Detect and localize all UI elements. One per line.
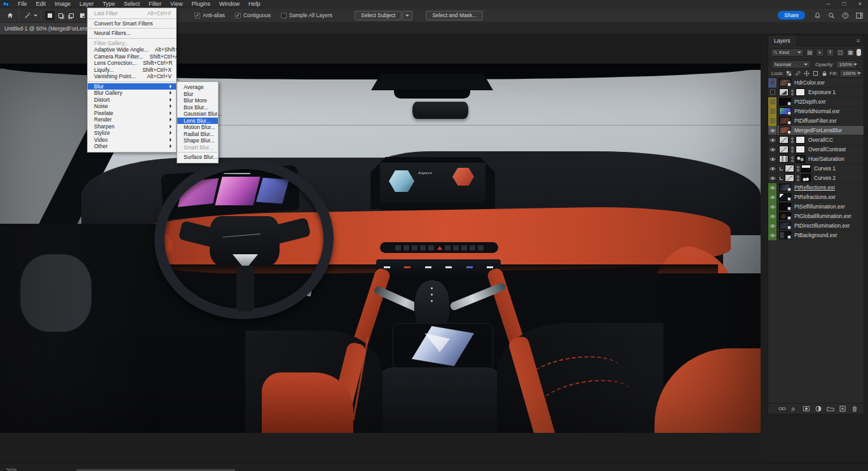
search-icon[interactable] <box>826 10 836 20</box>
layer-mask-thumbnail[interactable] <box>796 155 805 163</box>
home-icon[interactable] <box>5 10 15 20</box>
new-layer-icon[interactable] <box>839 405 846 413</box>
layer-row-ptreflections-exr[interactable]: PtReflections.exr <box>768 183 864 193</box>
fill-field[interactable]: 100% <box>839 69 860 78</box>
layer-thumbnail[interactable] <box>779 98 791 106</box>
layer-thumbnail[interactable] <box>779 203 791 210</box>
contiguous-checkbox[interactable]: ✓Contiguous <box>235 12 271 18</box>
layer-visibility-eye-icon[interactable] <box>768 193 777 202</box>
lock-pixels-brush-icon[interactable] <box>794 70 801 77</box>
adjustment-layer-icon-curves[interactable] <box>779 146 789 153</box>
adjustment-icon[interactable] <box>815 405 822 413</box>
select-subject-dropdown[interactable] <box>402 11 412 20</box>
layer-visibility-empty-box[interactable] <box>768 107 777 116</box>
layer-row-ptworldnormal-exr[interactable]: PtWorldNormal.exr <box>768 107 864 116</box>
menu-type[interactable]: Type <box>98 0 120 8</box>
layer-thumbnail[interactable] <box>779 184 791 191</box>
blur-submenu-item-radial-blur[interactable]: Radial Blur... <box>177 131 218 138</box>
layer-row-curves-1[interactable]: Curves 1 <box>768 164 864 174</box>
filter-menu-item-convert-for-smart-filters[interactable]: Convert for Smart Filters <box>88 20 176 27</box>
layer-name[interactable]: PtWorldNormal.exr <box>794 108 840 114</box>
layer-name[interactable]: PtDiffuseFilter.exr <box>794 118 837 124</box>
link-icon[interactable] <box>778 405 786 413</box>
menu-view[interactable]: View <box>166 0 187 8</box>
blur-submenu-item-blur-more[interactable]: Blur More <box>177 97 218 104</box>
layer-thumbnail[interactable] <box>779 79 791 86</box>
subtract-from-selection-mode-button[interactable] <box>67 11 76 20</box>
blur-submenu-item-surface-blur[interactable]: Surface Blur... <box>177 154 218 161</box>
adjustment-layer-icon-curves[interactable] <box>785 165 794 172</box>
layer-name[interactable]: Hue/Saturation <box>808 156 844 162</box>
filter-menu-item-vanishing-point[interactable]: Vanishing Point...Alt+Ctrl+V <box>88 73 176 80</box>
share-button[interactable]: Share <box>778 11 805 20</box>
group-icon[interactable] <box>827 405 834 413</box>
lock-position-icon[interactable] <box>803 70 810 77</box>
adjustment-layer-icon-curves[interactable] <box>779 136 789 144</box>
panel-menu-icon[interactable]: ≡ <box>857 38 860 44</box>
layer-thumbnail[interactable] <box>779 212 791 220</box>
layer-visibility-eye-icon[interactable] <box>768 183 777 193</box>
filter-menu-item-pixelate[interactable]: Pixelate <box>88 110 176 117</box>
help-icon[interactable]: ? <box>840 10 850 20</box>
layer-name[interactable]: PtRefractions.exr <box>794 194 836 200</box>
layer-name[interactable]: OverallContrast <box>808 146 846 153</box>
minimize-button[interactable]: – <box>820 0 836 8</box>
opacity-field[interactable]: 100% <box>836 60 857 69</box>
layer-name[interactable]: PtBackground.exr <box>794 232 837 238</box>
layer-row-ptglobalillumination-exr[interactable]: PtGlobalIllumination.exr <box>768 212 864 221</box>
layer-row-ptdirectillumination-exr[interactable]: PtDirectIllumination.exr <box>768 221 864 231</box>
blur-submenu-item-box-blur[interactable]: Box Blur... <box>177 104 218 111</box>
filter-shape-layers-icon[interactable]: ▢ <box>836 48 844 57</box>
filter-menu-item-stylize[interactable]: Stylize <box>88 130 176 137</box>
layer-mask-thumbnail[interactable] <box>801 165 811 172</box>
filter-adjustment-layers-icon[interactable]: ◐ <box>816 48 824 57</box>
kind-filter-dropdown[interactable]: Kind <box>771 48 804 57</box>
layer-thumbnail[interactable] <box>779 117 791 125</box>
layer-row-pt2depth-exr[interactable]: Pt2Depth.exr <box>768 97 864 107</box>
filter-menu-item-noise[interactable]: Noise <box>88 103 176 110</box>
filter-menu-item-adaptive-wide-angle[interactable]: Adaptive Wide Angle...Alt+Shift+Ctrl+A <box>88 46 176 53</box>
layer-name[interactable]: Curves 1 <box>814 165 836 172</box>
filter-menu-item-camera-raw-filter[interactable]: Camera Raw Filter...Shift+Ctrl+A <box>88 53 176 60</box>
blur-submenu-item-motion-blur[interactable]: Motion Blur... <box>177 124 218 131</box>
select-and-mask-button[interactable]: Select and Mask... <box>426 11 483 20</box>
layer-visibility-empty-box[interactable] <box>768 88 777 97</box>
layer-thumbnail[interactable] <box>779 231 791 239</box>
filter-menu-item-neural-filters[interactable]: Neural Filters... <box>88 30 176 37</box>
menu-edit[interactable]: Edit <box>32 0 51 8</box>
layer-name[interactable]: Curves 2 <box>814 175 836 181</box>
lock-artboard-icon[interactable] <box>812 70 819 77</box>
menu-window[interactable]: Window <box>215 0 244 8</box>
layer-visibility-empty-box[interactable] <box>768 97 777 107</box>
add-to-selection-mode-button[interactable] <box>56 11 65 20</box>
blur-submenu-item-lens-blur[interactable]: Lens Blur... <box>177 118 218 125</box>
close-button[interactable]: × <box>852 0 868 8</box>
lock-transparency-icon[interactable] <box>785 70 792 77</box>
sample-all-layers-checkbox[interactable]: Sample All Layers <box>281 12 332 18</box>
menu-layer[interactable]: Layer <box>75 0 98 8</box>
layer-row-exposure-1[interactable]: Exposure 1 <box>768 88 864 97</box>
filter-menu-item-blur-gallery[interactable]: Blur Gallery <box>88 90 176 97</box>
filter-smart-objects-icon[interactable]: ▩ <box>846 48 855 57</box>
layer-thumbnail[interactable] <box>779 222 791 229</box>
layer-name[interactable]: Pt2Depth.exr <box>794 99 826 105</box>
layer-filtering-toggle[interactable] <box>857 49 861 56</box>
blur-submenu-item-shape-blur[interactable]: Shape Blur... <box>177 137 218 144</box>
layer-name[interactable]: OverallCC <box>808 137 833 143</box>
layer-row-ptbackground-exr[interactable]: PtBackground.exr <box>768 231 864 240</box>
layer-mask-thumbnail[interactable] <box>796 88 805 96</box>
new-selection-mode-button[interactable] <box>45 11 55 20</box>
adjustment-layer-icon-curves[interactable] <box>785 174 794 182</box>
layer-name[interactable]: PtReflections.exr <box>794 184 835 191</box>
tool-preset-chevron-icon[interactable] <box>34 15 37 17</box>
layer-visibility-eye-icon[interactable] <box>768 126 777 135</box>
menu-filter[interactable]: Filter <box>144 0 166 8</box>
layer-name[interactable]: Exposure 1 <box>808 89 836 95</box>
layer-visibility-eye-icon[interactable] <box>768 135 777 145</box>
select-subject-button[interactable]: Select Subject <box>355 11 402 20</box>
layer-row-mergedforlensblur[interactable]: MergedForLensBlur <box>768 126 864 135</box>
layer-row-hue-saturation[interactable]: Hue/Saturation <box>768 154 864 164</box>
maximize-button[interactable]: □ <box>836 0 852 8</box>
layer-row-overallcc[interactable]: OverallCC <box>768 135 864 145</box>
layer-visibility-eye-icon[interactable] <box>768 174 777 183</box>
